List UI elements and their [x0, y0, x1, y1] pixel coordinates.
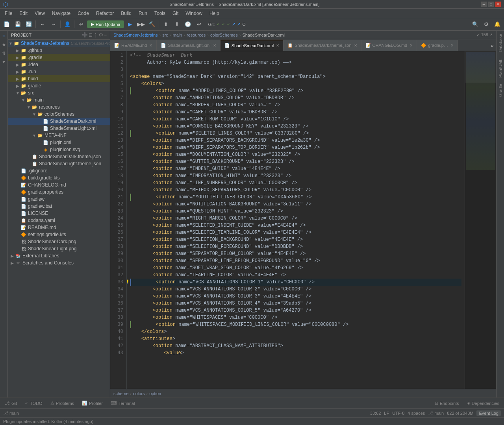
tab-dark-xml-close[interactable]: ✕ — [276, 43, 279, 48]
menu-item-build[interactable]: Build — [118, 10, 135, 17]
tree-item-shadesmear-dark[interactable]: ▶ 📄 ShadeSmearDark.xml — [8, 118, 110, 125]
tree-item-light-theme[interactable]: ▶ 📋 ShadeSmearLight.theme.json — [8, 160, 110, 167]
new-file-button[interactable]: 📄 — [2, 19, 12, 30]
tree-item-gradle-props[interactable]: ▶ 🔶 gradle.properties — [8, 188, 110, 196]
tab-changelog-close[interactable]: ✕ — [410, 43, 413, 48]
bottom-tab-git[interactable]: ⎇ Git — [3, 400, 19, 407]
tree-item-idea[interactable]: ▶ 📁 .idea — [8, 61, 110, 68]
tree-item-plugin-xml[interactable]: ▶ 📄 plugin.xml — [8, 139, 110, 146]
add-icon[interactable]: ➕ — [82, 32, 88, 38]
gear-icon[interactable]: − — [104, 32, 107, 38]
tab-gradle-close[interactable]: ✕ — [450, 43, 454, 48]
history-button[interactable]: 🕐 — [183, 19, 193, 30]
favorites-icon[interactable]: ♥ — [0, 58, 7, 65]
back-button[interactable]: ← — [37, 19, 48, 30]
tree-item-readme[interactable]: ▶ 📝 README.md — [8, 224, 110, 231]
tab-dark-xml[interactable]: 📄 ShadeSmearDark.xml ✕ — [220, 40, 284, 51]
menu-item-file[interactable]: File — [2, 10, 15, 17]
vcs-button[interactable]: ↩ — [76, 19, 86, 30]
tab-light-xml-close[interactable]: ✕ — [213, 43, 216, 48]
save-button[interactable]: 💾 — [13, 19, 23, 30]
breadcrumb-part-0[interactable]: ShadeSmear-Jetbrains — [113, 33, 158, 37]
menu-item-refactor[interactable]: Refactor — [93, 10, 117, 17]
tree-item-meta-inf[interactable]: ▼ 📂 META-INF — [8, 132, 110, 139]
minimap[interactable] — [465, 51, 496, 389]
bottom-tab-profiler[interactable]: 📊 Profiler — [80, 400, 104, 407]
bookmarks-icon[interactable]: ★ — [0, 41, 7, 48]
git-branch-status[interactable]: ⎇ main — [3, 410, 19, 416]
menu-item-code[interactable]: Code — [74, 10, 92, 17]
menu-item-view[interactable]: View — [32, 10, 48, 17]
run-qodana-button[interactable]: ▶ Run Qodana — [87, 20, 124, 28]
expand-icon[interactable]: ∧ — [490, 32, 493, 37]
line-ending-status[interactable]: LF — [384, 411, 389, 416]
bottom-tab-dependencies[interactable]: ◈ Dependencies — [465, 400, 501, 407]
bottom-tab-endpoints[interactable]: ⊡ Endpoints — [433, 400, 461, 407]
bottom-tab-problems[interactable]: ⚠ Problems — [49, 400, 76, 407]
indent-status[interactable]: 4 spaces — [408, 411, 425, 416]
position-status[interactable]: 822 of 2048M — [447, 411, 473, 416]
menu-item-window[interactable]: Window — [182, 10, 206, 17]
bottom-bc-option[interactable]: option — [149, 391, 161, 396]
tab-readme-close[interactable]: ✕ — [149, 43, 152, 48]
tree-item-license[interactable]: ▶ 📄 LICENSE — [8, 210, 110, 217]
close-button[interactable]: ✕ — [495, 2, 501, 7]
forward-button[interactable]: → — [48, 19, 59, 30]
maximize-button[interactable]: □ — [488, 2, 494, 7]
tree-item-settings-gradle[interactable]: ▶ 🔶 settings.gradle.kts — [8, 231, 110, 238]
tree-item-pluginicon[interactable]: ▶ ◈ pluginIcon.svg — [8, 146, 110, 153]
tree-item-qodana[interactable]: ▶ 📋 qodana.yaml — [8, 217, 110, 224]
bulb-icon[interactable]: 💡 — [127, 279, 130, 286]
tree-item-gradlew-bat[interactable]: ▶ 📄 gradlew.bat — [8, 203, 110, 210]
tree-item-gitignore[interactable]: ▶ 📄 .gitignore — [8, 167, 110, 174]
tree-item-gradlew[interactable]: ▶ 📄 gradlew — [8, 196, 110, 203]
notifications-button[interactable]: 🔔 — [492, 19, 502, 30]
tabs-more-button[interactable]: » — [488, 40, 496, 51]
project-icon[interactable]: ≡ — [0, 32, 7, 39]
tree-item-resources[interactable]: ▼ 📂 resources — [8, 103, 110, 111]
tree-item-github[interactable]: ▶ 📁 .github — [8, 47, 110, 54]
tab-gradle[interactable]: 🔶 gradle.p… ✕ — [417, 40, 458, 51]
breadcrumb-part-5[interactable]: ShadeSmearDark.xml — [242, 33, 285, 37]
collapse-icon[interactable]: ⊟ — [89, 32, 93, 38]
tree-item-gradle[interactable]: ▶ 📁 .gradle — [8, 54, 110, 61]
search-everywhere-button[interactable]: 🔍 — [470, 19, 480, 30]
tab-light-xml[interactable]: 📄 ShadeSmearLight.xml ✕ — [157, 40, 220, 51]
tree-item-changelog[interactable]: ▶ 📝 CHANGELOG.md — [8, 181, 110, 188]
more-icon[interactable]: ⋮ — [93, 32, 98, 38]
revert-button[interactable]: ↩ — [194, 19, 204, 30]
user-button[interactable]: 👤 — [62, 19, 72, 30]
refresh-button[interactable]: 🔄 — [24, 19, 34, 30]
encoding-status[interactable]: UTF-8 — [392, 411, 404, 416]
settings-button[interactable]: ⚙ — [481, 19, 491, 30]
tree-item-colorschemes[interactable]: ▼ 📂 colorSchemes — [8, 111, 110, 118]
menu-item-git[interactable]: Git — [169, 10, 182, 17]
menu-item-edit[interactable]: Edit — [16, 10, 31, 17]
branch-status2[interactable]: ⎇ main — [428, 410, 444, 416]
tree-item-shadesmear-light[interactable]: ▶ 📄 ShadeSmearLight.xml — [8, 125, 110, 132]
build-button[interactable]: 🔨 — [147, 19, 157, 30]
code-editor[interactable]: <!-- ShadeSmear Dark Author: Kyle Giamma… — [127, 51, 465, 389]
tab-readme[interactable]: 📝 README.md ✕ — [110, 40, 157, 51]
right-tab-gradle[interactable]: Gradle — [497, 81, 504, 100]
tab-changelog[interactable]: 📝 CHANGELOG.md ✕ — [361, 40, 417, 51]
tree-root[interactable]: ▼ 📁 ShadeSmear-Jetbrains C:\Users\hiros\… — [8, 40, 110, 47]
tree-item-light-png[interactable]: ▶ 🖼 ShadeSmear-Light.png — [8, 245, 110, 252]
menu-item-help[interactable]: Help — [206, 10, 222, 17]
debug-button[interactable]: ▶ — [125, 19, 135, 30]
vcs2-button[interactable]: ⬆ — [161, 19, 171, 30]
menu-item-navigate[interactable]: Navigate — [49, 10, 74, 17]
tab-dark-theme-json[interactable]: 📋 ShadeSmearDark.theme.json ✕ — [284, 40, 361, 51]
tree-item-src[interactable]: ▼ 📂 src — [8, 89, 110, 96]
menu-item-run[interactable]: Run — [135, 10, 150, 17]
tree-item-dark-theme[interactable]: ▶ 📋 ShadeSmearDark.theme.json — [8, 153, 110, 160]
minimize-button[interactable]: ─ — [481, 2, 487, 7]
bottom-tab-todo[interactable]: ✓ TODO — [23, 400, 44, 407]
tree-item-dark-png[interactable]: ▶ 🖼 ShadeSmear-Dark.png — [8, 238, 110, 245]
settings-icon[interactable]: ⚙ — [99, 32, 103, 38]
tree-item-main[interactable]: ▼ 📂 main — [8, 96, 110, 103]
pull-requests-icon[interactable]: ⇅ — [0, 50, 7, 57]
tree-item-run[interactable]: ▶ 📁 .run — [8, 68, 110, 75]
tab-dark-theme-close[interactable]: ✕ — [354, 43, 357, 48]
tree-item-build-gradle[interactable]: ▶ 🔶 build.gradle.kts — [8, 174, 110, 181]
